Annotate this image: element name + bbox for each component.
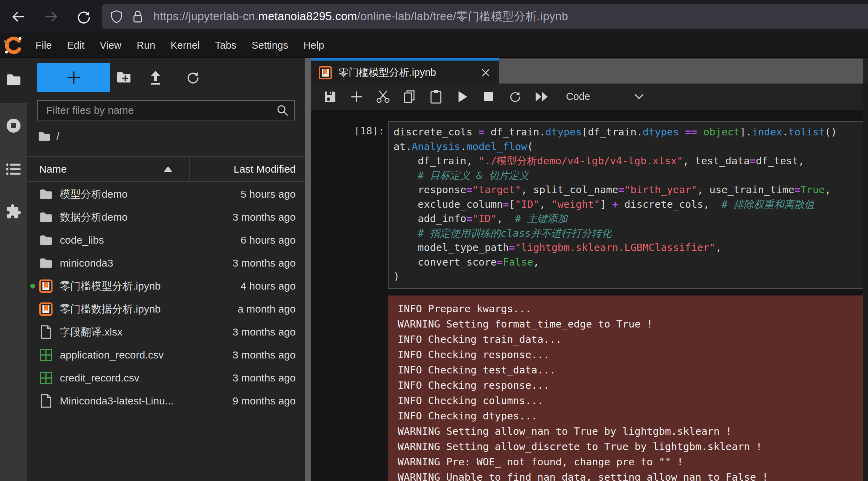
file-row[interactable]: 零门槛数据分析.ipynba month ago <box>27 298 305 321</box>
breadcrumb-root[interactable]: / <box>56 130 59 143</box>
column-header-modified[interactable]: Last Modified <box>234 163 296 175</box>
file-modified: 3 months ago <box>232 257 296 269</box>
interrupt-kernel-button[interactable] <box>482 89 496 104</box>
file-modified: a month ago <box>238 303 296 315</box>
browser-back-button[interactable] <box>10 9 26 25</box>
file-row[interactable]: application_record.csv3 months ago <box>27 344 305 366</box>
browser-forward-button[interactable] <box>43 9 59 25</box>
output-line: INFO Checking response... <box>398 347 863 362</box>
output-line: WARNING Setting allow_discrete to True b… <box>398 439 863 454</box>
menu-edit[interactable]: Edit <box>59 40 92 51</box>
menu-view[interactable]: View <box>92 40 129 51</box>
filter-files-input[interactable] <box>38 104 276 117</box>
open-file-indicator <box>30 284 35 289</box>
url-domain: metanoia8295.com <box>258 10 357 23</box>
browser-reload-button[interactable] <box>76 9 92 25</box>
screen: https://jupyterlab-cn.metanoia8295.com/o… <box>0 0 868 481</box>
notebook-panel: 零门槛模型分析.ipynb <box>311 58 868 481</box>
url-text: https://jupyterlab-cn.metanoia8295.com/o… <box>153 9 568 24</box>
file-name: Miniconda3-latest-Linu... <box>60 395 174 407</box>
column-header-name[interactable]: Name <box>39 163 67 175</box>
file-list-header: Name Last Modified <box>27 156 305 182</box>
notebook-scrollbar[interactable] <box>863 84 868 481</box>
add-cell-button[interactable] <box>350 89 364 104</box>
cell-type-select[interactable]: Code <box>566 91 590 102</box>
restart-kernel-button[interactable] <box>508 89 522 104</box>
code-line: response="target", split_col_name="birth… <box>393 183 863 197</box>
extension-manager-icon[interactable] <box>6 204 22 220</box>
menu-kernel[interactable]: Kernel <box>163 40 207 51</box>
main-area: / Name Last Modified 模型分析demo5 hours ago… <box>0 58 868 481</box>
spreadsheet-icon <box>39 348 53 362</box>
cell-output-stderr: INFO Prepare kwargs...WARNING Setting fo… <box>388 295 863 481</box>
new-folder-button[interactable] <box>116 70 132 85</box>
cut-cells-button[interactable] <box>376 89 390 104</box>
paste-cells-button[interactable] <box>429 89 443 104</box>
file-row[interactable]: credit_record.csv3 months ago <box>27 366 305 389</box>
address-bar[interactable]: https://jupyterlab-cn.metanoia8295.com/o… <box>102 4 868 29</box>
output-line: WARNING Setting format_time_edge to True… <box>398 316 863 332</box>
copy-cells-button[interactable] <box>403 89 416 104</box>
file-row[interactable]: Miniconda3-latest-Linu...9 months ago <box>27 389 305 412</box>
browser-toolbar: https://jupyterlab-cn.metanoia8295.com/o… <box>0 0 868 33</box>
file-row[interactable]: code_libs6 hours ago <box>27 229 305 252</box>
file-row[interactable]: miniconda33 months ago <box>27 252 305 275</box>
home-folder-icon[interactable] <box>38 131 51 142</box>
panel-resize-handle[interactable] <box>305 58 311 481</box>
file-name: application_record.csv <box>60 349 164 361</box>
code-line: ) <box>393 269 863 284</box>
search-icon <box>276 104 289 117</box>
file-row[interactable]: 数据分析demo3 months ago <box>27 206 305 229</box>
upload-button[interactable] <box>148 70 163 86</box>
close-tab-icon[interactable] <box>481 68 491 78</box>
column-divider <box>189 157 190 181</box>
file-row[interactable]: 零门槛模型分析.ipynb4 hours ago <box>27 275 305 298</box>
chevron-down-icon[interactable] <box>634 93 644 100</box>
file-name: 模型分析demo <box>60 187 128 202</box>
file-modified: 9 months ago <box>232 395 296 407</box>
output-line: INFO Checking test_data... <box>398 362 863 378</box>
tab-bar: 零门槛模型分析.ipynb <box>311 58 863 84</box>
menu-file[interactable]: File <box>28 40 59 51</box>
file-icon <box>39 325 53 339</box>
file-name: credit_record.csv <box>60 372 139 384</box>
sort-ascending-icon[interactable] <box>164 166 173 172</box>
lock-icon[interactable] <box>132 10 144 24</box>
output-line: INFO Checking dtypes... <box>398 408 863 424</box>
menu-settings[interactable]: Settings <box>244 40 296 51</box>
refresh-file-list-button[interactable] <box>185 70 201 85</box>
code-cell-editor[interactable]: discrete_cols = df_train.dtypes[df_train… <box>388 121 863 289</box>
file-name: 零门槛数据分析.ipynb <box>60 302 161 316</box>
restart-run-all-button[interactable] <box>535 89 549 104</box>
file-name: 零门槛模型分析.ipynb <box>60 279 161 293</box>
running-kernels-icon[interactable] <box>5 117 22 134</box>
folder-icon <box>39 233 53 247</box>
save-button[interactable] <box>323 89 337 104</box>
code-line: model_type_path="lightgbm.sklearn.LGBMCl… <box>393 240 863 255</box>
run-cell-button[interactable] <box>455 89 469 104</box>
notebook-toolbar: Code <box>311 84 863 110</box>
filter-files-box <box>37 100 295 120</box>
file-modified: 3 months ago <box>232 349 296 361</box>
menu-items: FileEditViewRunKernelTabsSettingsHelp <box>28 40 332 51</box>
new-launcher-button[interactable] <box>37 63 110 92</box>
menu-run[interactable]: Run <box>129 40 163 51</box>
file-browser-icon[interactable] <box>6 73 22 87</box>
file-name: code_libs <box>60 234 104 246</box>
tab-notebook[interactable]: 零门槛模型分析.ipynb <box>311 58 499 85</box>
shield-icon[interactable] <box>110 10 123 24</box>
file-browser-panel: / Name Last Modified 模型分析demo5 hours ago… <box>27 58 305 481</box>
breadcrumb[interactable]: / <box>38 130 59 143</box>
file-list: 模型分析demo5 hours ago数据分析demo3 months agoc… <box>27 183 305 412</box>
output-line: WARNING Unable to find nan data, setting… <box>398 470 863 481</box>
file-name: 字段翻译.xlsx <box>60 325 122 339</box>
tab-title: 零门槛模型分析.ipynb <box>339 66 436 80</box>
menu-help[interactable]: Help <box>296 40 332 51</box>
file-row[interactable]: 字段翻译.xlsx3 months ago <box>27 321 305 344</box>
code-line: # 目标定义 & 切片定义 <box>393 168 863 183</box>
menu-tabs[interactable]: Tabs <box>207 40 244 51</box>
file-row[interactable]: 模型分析demo5 hours ago <box>27 183 305 206</box>
folder-icon <box>39 256 53 270</box>
file-modified: 3 months ago <box>232 372 296 384</box>
table-of-contents-icon[interactable] <box>6 163 21 176</box>
